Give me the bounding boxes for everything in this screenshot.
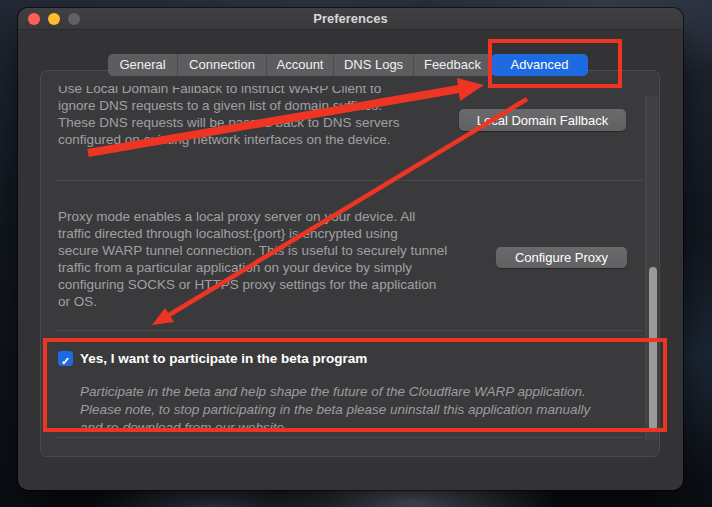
tab-account[interactable]: Account [266, 54, 333, 76]
tab-bar: General Connection Account DNS Logs Feed… [108, 54, 588, 76]
advanced-settings-panel: Use Local Domain Fallback to instruct WA… [40, 70, 660, 457]
checkmark-icon: ✓ [61, 355, 70, 367]
text-line: and re-download from our website. [80, 419, 590, 437]
beta-program-checkbox[interactable]: ✓ [58, 351, 73, 366]
tab-dns-logs[interactable]: DNS Logs [333, 54, 413, 76]
tab-connection[interactable]: Connection [177, 54, 266, 76]
text-line: Participate in the beta and help shape t… [80, 383, 590, 401]
scrollbar-track[interactable] [645, 96, 658, 440]
preferences-window: Preferences General Connection Account D… [18, 8, 683, 490]
beta-program-description: Participate in the beta and help shape t… [80, 383, 590, 437]
section-divider [56, 180, 643, 181]
text-line: traffic directed through localhost:{port… [58, 225, 447, 242]
tab-feedback[interactable]: Feedback [413, 54, 491, 76]
configure-proxy-button[interactable]: Configure Proxy [496, 247, 627, 268]
text-line: or OS. [58, 293, 447, 310]
local-domain-description: Use Local Domain Fallback to instruct WA… [58, 86, 399, 148]
beta-checkbox-label: Yes, I want to participate in the beta p… [80, 350, 367, 367]
text-line: secure WARP tunnel connection. This is u… [58, 242, 447, 259]
local-domain-fallback-button[interactable]: Local Domain Fallback [459, 109, 626, 131]
text-line: Proxy mode enables a local proxy server … [58, 208, 447, 225]
proxy-mode-description: Proxy mode enables a local proxy server … [58, 208, 447, 310]
text-line: ignore DNS requests to a given list of d… [58, 97, 399, 114]
section-divider [56, 330, 643, 331]
window-title: Preferences [18, 8, 683, 30]
scroll-viewport: Use Local Domain Fallback to instruct WA… [42, 86, 658, 455]
section-divider [56, 437, 643, 438]
tab-advanced[interactable]: Advanced [491, 54, 588, 76]
text-line: traffic from a particular application on… [58, 259, 447, 276]
titlebar[interactable]: Preferences [18, 8, 683, 30]
scrollbar-thumb[interactable] [649, 267, 657, 430]
text-line: These DNS requests will be passed back t… [58, 114, 399, 131]
tab-general[interactable]: General [108, 54, 177, 76]
text-line: Please note, to stop participating in th… [80, 401, 590, 419]
text-line: configuring SOCKS or HTTPS proxy setting… [58, 276, 447, 293]
text-line: configured on existing network interface… [58, 131, 399, 148]
text-line: Use Local Domain Fallback to instruct WA… [58, 86, 399, 97]
